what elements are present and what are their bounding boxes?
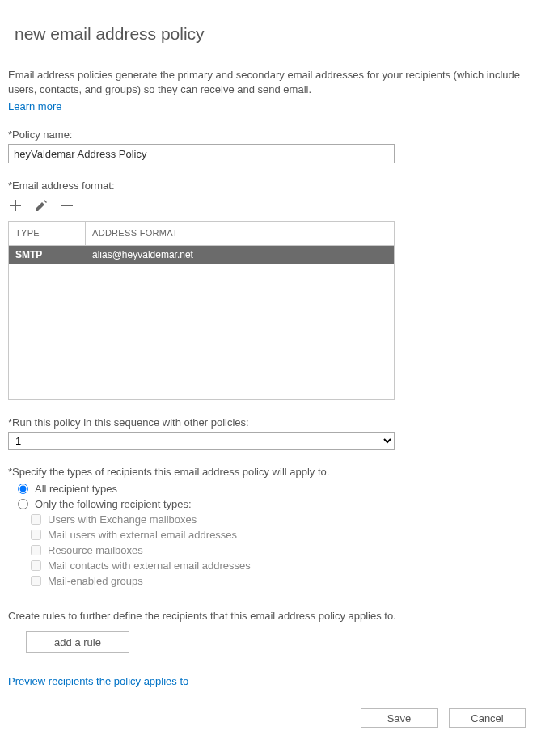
row-format: alias@heyvaldemar.net — [86, 249, 394, 260]
check-contacts-label: Mail contacts with external email addres… — [48, 560, 251, 572]
check-contacts[interactable]: Mail contacts with external email addres… — [31, 560, 550, 572]
svg-rect-0 — [61, 205, 73, 206]
radio-all-label: All recipient types — [35, 483, 117, 495]
table-row[interactable]: SMTP alias@heyvaldemar.net — [9, 246, 394, 264]
remove-icon[interactable] — [60, 198, 74, 213]
policy-name-label: *Policy name: — [8, 129, 550, 141]
page-title: new email address policy — [15, 24, 550, 44]
check-groups[interactable]: Mail-enabled groups — [31, 575, 550, 587]
radio-only-label: Only the following recipient types: — [35, 498, 192, 510]
check-contacts-input — [31, 560, 41, 571]
check-groups-input — [31, 576, 41, 586]
check-mailusers-input — [31, 530, 41, 540]
check-exchange-input — [31, 514, 41, 525]
save-button[interactable]: Save — [361, 708, 438, 728]
cancel-button[interactable]: Cancel — [449, 708, 526, 728]
sequence-select[interactable]: 1 — [8, 432, 395, 450]
format-toolbar — [8, 198, 550, 213]
add-icon[interactable] — [8, 198, 23, 213]
learn-more-link[interactable]: Learn more — [8, 100, 61, 112]
check-exchange[interactable]: Users with Exchange mailboxes — [31, 513, 550, 526]
check-groups-label: Mail-enabled groups — [48, 575, 143, 587]
radio-only-recipients[interactable]: Only the following recipient types: — [18, 498, 550, 510]
grid-body: SMTP alias@heyvaldemar.net — [9, 246, 394, 399]
check-resource-label: Resource mailboxes — [48, 544, 143, 556]
check-exchange-label: Users with Exchange mailboxes — [48, 513, 197, 526]
check-resource-input — [31, 545, 41, 555]
radio-only-input[interactable] — [18, 499, 28, 509]
edit-icon[interactable] — [34, 198, 49, 213]
radio-all-recipients[interactable]: All recipient types — [18, 483, 550, 495]
add-rule-button[interactable]: add a rule — [26, 631, 129, 653]
radio-all-input[interactable] — [18, 484, 28, 494]
column-format[interactable]: ADDRESS FORMAT — [86, 222, 394, 245]
grid-header: TYPE ADDRESS FORMAT — [9, 222, 394, 246]
column-type[interactable]: TYPE — [9, 222, 86, 245]
policy-name-input[interactable] — [8, 144, 395, 163]
rules-label: Create rules to further define the recip… — [8, 610, 550, 622]
check-mailusers[interactable]: Mail users with external email addresses — [31, 529, 550, 541]
row-type: SMTP — [9, 249, 86, 260]
footer: Save Cancel — [8, 708, 550, 728]
format-grid: TYPE ADDRESS FORMAT SMTP alias@heyvaldem… — [8, 221, 395, 400]
check-mailusers-label: Mail users with external email addresses — [48, 529, 237, 541]
sequence-label: *Run this policy in this sequence with o… — [8, 416, 550, 429]
preview-recipients-link[interactable]: Preview recipients the policy applies to — [8, 675, 550, 687]
description-text: Email address policies generate the prim… — [8, 68, 550, 97]
recipients-label: *Specify the types of recipients this em… — [8, 466, 550, 478]
check-resource[interactable]: Resource mailboxes — [31, 544, 550, 556]
email-format-label: *Email address format: — [8, 179, 550, 192]
